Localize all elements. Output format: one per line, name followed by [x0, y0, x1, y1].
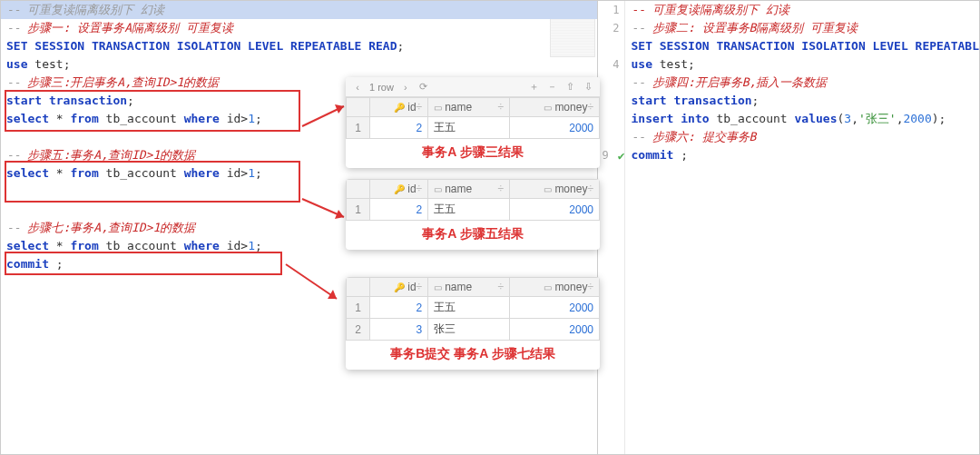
next-icon[interactable]: ›: [399, 81, 412, 94]
code-line[interactable]: use test;: [1, 55, 597, 74]
annotation-box: [5, 161, 300, 203]
code-line[interactable]: -- 步骤四:开启事务B,插入一条数据: [625, 74, 979, 92]
svg-marker-5: [328, 290, 337, 299]
export-icon[interactable]: ⇩: [582, 81, 594, 94]
table-row: 2 3 张三 2000: [347, 319, 600, 341]
code-line[interactable]: SET SESSION TRANSACTION ISOLATION LEVEL …: [1, 37, 597, 55]
col-money: ▭money÷: [510, 98, 600, 117]
right-editor-pane: -- 可重复读隔离级别下 幻读 -- 步骤二: 设置事务B隔离级别 可重复读 S…: [625, 1, 979, 454]
col-money: ▭money÷: [510, 180, 600, 199]
col-name: ▭name÷: [428, 98, 510, 117]
code-line[interactable]: -- 步骤二: 设置事务B隔离级别 可重复读: [625, 19, 979, 37]
result-table: 🔑id÷ ▭name÷ ▭money÷ 1 2 王五 2000 2 3 张三 2…: [346, 277, 600, 341]
key-icon: 🔑: [394, 103, 405, 113]
col-name: ▭name÷: [428, 278, 510, 297]
line-number: 9: [598, 149, 613, 162]
col-money: ▭money÷: [510, 278, 600, 297]
result-toolbar: ‹ 1 row › ⟳ ＋ － ⇧ ⇩: [346, 77, 600, 97]
result-caption: 事务A 步骤三结果: [346, 139, 600, 168]
line-number: 4: [598, 58, 624, 71]
column-icon: ▭: [544, 184, 552, 194]
annotation-box: [5, 252, 282, 275]
column-icon: ▭: [434, 103, 442, 113]
right-code[interactable]: -- 可重复读隔离级别下 幻读 -- 步骤二: 设置事务B隔离级别 可重复读 S…: [625, 1, 979, 164]
result-panel-1: ‹ 1 row › ⟳ ＋ － ⇧ ⇩ 🔑id÷ ▭name÷ ▭money÷ …: [346, 77, 600, 168]
code-line[interactable]: -- 步骤六: 提交事务B: [625, 128, 979, 146]
result-panel-2: 🔑id÷ ▭name÷ ▭money÷ 1 2 王五 2000 事务A 步骤五结…: [346, 179, 600, 250]
code-line[interactable]: -- 步骤一: 设置事务A隔离级别 可重复读: [1, 19, 597, 37]
col-name: ▭name÷: [428, 180, 510, 199]
code-line[interactable]: insert into tb_account values(3,'张三',200…: [625, 110, 979, 128]
code-line[interactable]: SET SESSION TRANSACTION ISOLATION LEVEL …: [625, 37, 979, 55]
result-caption: 事务A 步骤五结果: [346, 221, 600, 250]
right-gutter: 1 2 4 9✔: [598, 1, 625, 454]
refresh-icon[interactable]: ⟳: [417, 81, 430, 94]
remove-row-icon[interactable]: －: [545, 81, 558, 94]
add-row-icon[interactable]: ＋: [527, 81, 540, 94]
code-line[interactable]: -- 可重复读隔离级别下 幻读: [625, 1, 979, 19]
code-line[interactable]: start transaction;: [625, 92, 979, 110]
prev-icon[interactable]: ‹: [351, 81, 364, 94]
column-icon: ▭: [434, 282, 442, 292]
table-row: 1 2 王五 2000: [347, 199, 600, 221]
column-icon: ▭: [544, 103, 552, 113]
key-icon: 🔑: [394, 184, 405, 194]
table-row: 1 2 王五 2000: [347, 297, 600, 319]
code-line[interactable]: use test;: [625, 55, 979, 74]
left-editor-pane: ✔ -- 可重复读隔离级别下 幻读 -- 步骤一: 设置事务A隔离级别 可重复读…: [1, 1, 598, 454]
result-table: 🔑id÷ ▭name÷ ▭money÷ 1 2 王五 2000: [346, 179, 600, 221]
key-icon: 🔑: [394, 282, 405, 292]
col-id: 🔑id÷: [370, 278, 428, 297]
col-id: 🔑id÷: [370, 180, 428, 199]
column-icon: ▭: [544, 282, 552, 292]
code-line[interactable]: -- 可重复读隔离级别下 幻读: [1, 1, 597, 19]
table-row: 1 2 王五 2000: [347, 117, 600, 139]
code-line[interactable]: commit ;: [625, 146, 979, 164]
line-number: 2: [598, 22, 624, 35]
result-table: 🔑id÷ ▭name÷ ▭money÷ 1 2 王五 2000: [346, 97, 600, 139]
result-caption: 事务B提交 事务A 步骤七结果: [346, 341, 600, 370]
line-number: 1: [598, 4, 624, 16]
result-panel-3: 🔑id÷ ▭name÷ ▭money÷ 1 2 王五 2000 2 3 张三 2…: [346, 277, 600, 370]
annotation-box: [5, 90, 300, 132]
check-icon: ✔: [618, 149, 625, 163]
col-id: 🔑id÷: [370, 98, 428, 117]
row-count: 1 row: [369, 82, 394, 93]
commit-icon[interactable]: ⇧: [564, 81, 576, 94]
column-icon: ▭: [434, 184, 442, 194]
